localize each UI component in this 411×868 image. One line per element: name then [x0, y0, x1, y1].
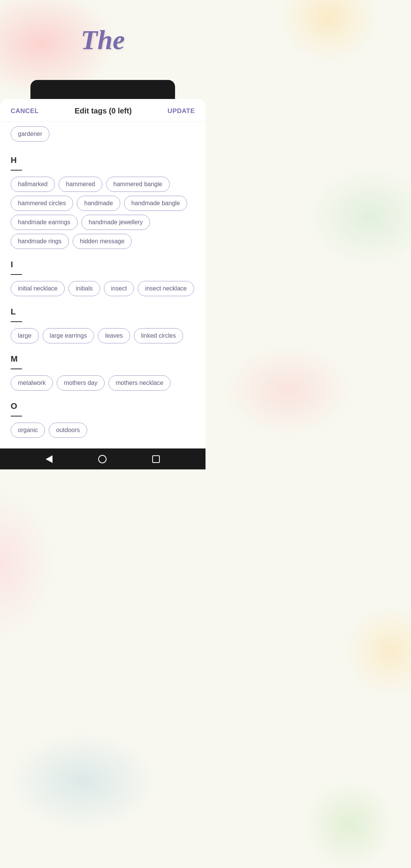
recents-icon[interactable]: [152, 455, 160, 463]
tag-hammered-circles[interactable]: hammered circles: [11, 196, 73, 211]
tag-hidden-message[interactable]: hidden message: [73, 234, 132, 249]
section-o-tags: organic outdoors: [11, 423, 195, 438]
back-icon[interactable]: [46, 455, 53, 463]
section-i-tags: initial necklace initials insect insect …: [11, 281, 195, 296]
branding-area: The: [0, 0, 206, 80]
tag-handmade[interactable]: handmade: [77, 196, 120, 211]
tag-mothers-day[interactable]: mothers day: [57, 375, 105, 391]
tag-leaves[interactable]: leaves: [98, 328, 130, 343]
tag-outdoors[interactable]: outdoors: [49, 423, 87, 438]
tag-initials[interactable]: initials: [68, 281, 100, 296]
section-l: L large large earrings leaves linked cir…: [11, 299, 195, 343]
section-h: H hallmarked hammered hammered bangle ha…: [11, 148, 195, 249]
section-letter-o: O: [11, 394, 22, 416]
tag-handmade-rings[interactable]: handmade rings: [11, 234, 69, 249]
tag-organic[interactable]: organic: [11, 423, 45, 438]
tag-handmade-earrings[interactable]: handmade earrings: [11, 215, 78, 230]
section-h-tags: hallmarked hammered hammered bangle hamm…: [11, 177, 195, 249]
tags-content: gardener H hallmarked hammered hammered …: [0, 122, 206, 448]
section-letter-i: I: [11, 252, 22, 275]
section-letter-l: L: [11, 299, 22, 322]
section-m-tags: metalwork mothers day mothers necklace: [11, 375, 195, 391]
section-i: I initial necklace initials insect insec…: [11, 252, 195, 296]
cancel-button[interactable]: CANCEL: [11, 107, 39, 115]
bottom-nav: [0, 448, 206, 469]
tag-insect[interactable]: insect: [104, 281, 134, 296]
section-letter-h: H: [11, 148, 22, 171]
tag-insect-necklace[interactable]: insect necklace: [138, 281, 194, 296]
edit-tags-sheet: CANCEL Edit tags (0 left) UPDATE gardene…: [0, 99, 206, 448]
tag-large-earrings[interactable]: large earrings: [43, 328, 94, 343]
tag-hallmarked[interactable]: hallmarked: [11, 177, 55, 192]
tag-linked-circles[interactable]: linked circles: [134, 328, 183, 343]
sheet-header: CANCEL Edit tags (0 left) UPDATE: [0, 99, 206, 122]
home-icon[interactable]: [98, 455, 107, 463]
tag-handmade-bangle[interactable]: handmade bangle: [124, 196, 187, 211]
section-m: M metalwork mothers day mothers necklace: [11, 346, 195, 391]
tag-initial-necklace[interactable]: initial necklace: [11, 281, 65, 296]
tag-hammered-bangle[interactable]: hammered bangle: [106, 177, 170, 192]
tag-hammered[interactable]: hammered: [59, 177, 102, 192]
tag-chip[interactable]: gardener: [11, 126, 49, 142]
partial-section: gardener: [11, 126, 195, 145]
tag-large[interactable]: large: [11, 328, 39, 343]
phone-frame: The CANCEL Edit tags (0 left) UPDATE gar…: [0, 0, 206, 469]
tag-mothers-necklace[interactable]: mothers necklace: [108, 375, 170, 391]
sheet-title: Edit tags (0 left): [75, 107, 132, 115]
section-letter-m: M: [11, 346, 22, 369]
section-o: O organic outdoors: [11, 394, 195, 438]
tag-metalwork[interactable]: metalwork: [11, 375, 53, 391]
tag-handmade-jewellery[interactable]: handmade jewellery: [81, 215, 150, 230]
update-button[interactable]: UPDATE: [167, 107, 195, 115]
app-title: The: [81, 24, 125, 56]
section-l-tags: large large earrings leaves linked circl…: [11, 328, 195, 343]
